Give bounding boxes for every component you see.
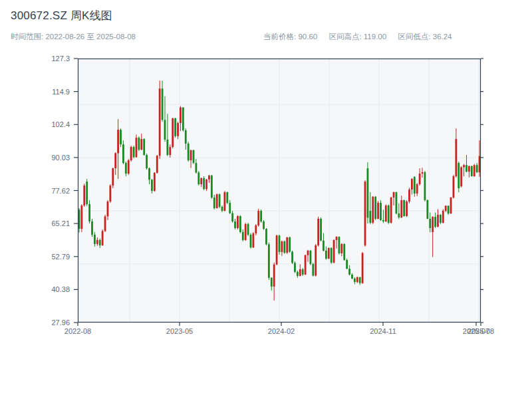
candle-body bbox=[281, 241, 283, 252]
candle-body bbox=[340, 244, 342, 253]
candle-body bbox=[364, 182, 366, 245]
x-axis-label: 2024-11 bbox=[362, 327, 404, 336]
candle-body bbox=[104, 216, 106, 231]
x-axis-label: 2023-05 bbox=[158, 327, 201, 336]
candle-body bbox=[411, 179, 413, 190]
range-low-label: 区间低点: bbox=[398, 33, 430, 41]
candle-body bbox=[273, 265, 275, 287]
candle-body bbox=[323, 241, 325, 251]
candle-body bbox=[320, 219, 322, 241]
candle-body bbox=[393, 192, 395, 198]
candle-body bbox=[419, 174, 421, 184]
range-high-stat: 区间高点: 119.00 bbox=[329, 33, 386, 41]
candle-body bbox=[162, 88, 164, 120]
candle-body bbox=[476, 165, 478, 172]
candle-body bbox=[125, 163, 127, 174]
candle-body bbox=[213, 198, 215, 208]
candle-body bbox=[338, 237, 340, 253]
candle-body bbox=[424, 172, 426, 200]
candle-body bbox=[356, 277, 358, 282]
x-axis-label: 2024-02 bbox=[260, 327, 303, 336]
x-axis-label: 2022-08 bbox=[57, 327, 99, 336]
y-axis-label: 65.21 bbox=[30, 219, 70, 227]
candle-body bbox=[188, 144, 190, 160]
candle-body bbox=[271, 278, 273, 287]
price-stats: 当前价格: 90.60 区间高点: 119.00 区间低点: 36.24 bbox=[263, 32, 470, 42]
candlestick-svg bbox=[78, 59, 481, 323]
candle-body bbox=[434, 217, 436, 227]
candle-body bbox=[265, 229, 267, 244]
candle-body bbox=[245, 224, 247, 240]
candle-body bbox=[458, 163, 460, 188]
candle-body bbox=[146, 155, 148, 168]
candle-body bbox=[138, 138, 140, 150]
candle-body bbox=[408, 190, 410, 201]
candle-body bbox=[331, 248, 332, 263]
current-price-label: 当前价格: bbox=[263, 33, 296, 41]
candle-body bbox=[445, 205, 447, 211]
y-axis-label: 52.79 bbox=[30, 253, 70, 261]
candle-body bbox=[107, 201, 109, 216]
candle-body bbox=[247, 224, 249, 235]
candle-body bbox=[83, 186, 85, 205]
candle-body bbox=[224, 192, 226, 211]
candle-body bbox=[429, 219, 431, 228]
candle-body bbox=[229, 203, 231, 213]
candle-body bbox=[346, 260, 348, 269]
y-axis-label: 27.96 bbox=[30, 319, 70, 327]
candle-body bbox=[416, 184, 418, 194]
candle-body bbox=[96, 240, 98, 244]
candle-body bbox=[305, 255, 307, 275]
candle-body bbox=[343, 244, 345, 260]
candle-body bbox=[237, 216, 239, 228]
candle-body bbox=[442, 211, 444, 223]
candle-body bbox=[94, 235, 96, 244]
candle-body bbox=[208, 176, 210, 180]
candle-body bbox=[112, 168, 114, 186]
candle-body bbox=[180, 108, 182, 124]
candle-body bbox=[453, 176, 455, 198]
candle-body bbox=[388, 205, 390, 223]
y-axis-label: 40.38 bbox=[30, 285, 70, 293]
candle-body bbox=[120, 130, 122, 144]
candle-body bbox=[211, 176, 213, 198]
y-axis-label: 127.3 bbox=[30, 55, 70, 63]
kline-chart-page: 300672.SZ 周K线图 时间范围: 2022-08-26 至 2025-0… bbox=[0, 0, 532, 399]
candle-body bbox=[283, 241, 285, 253]
candle-body bbox=[257, 211, 259, 225]
candle-body bbox=[159, 88, 161, 156]
candle-body bbox=[374, 197, 376, 219]
candle-body bbox=[390, 198, 392, 223]
candle-body bbox=[234, 221, 236, 228]
candle-body bbox=[291, 252, 293, 263]
candle-body bbox=[463, 165, 465, 167]
candle-body bbox=[122, 144, 124, 163]
candle-body bbox=[169, 147, 171, 155]
candle-body bbox=[109, 186, 111, 201]
candle-body bbox=[203, 178, 205, 189]
candle-body bbox=[143, 139, 145, 155]
candle-body bbox=[380, 203, 382, 220]
candle-body bbox=[471, 166, 473, 176]
candle-body bbox=[422, 172, 424, 174]
candle-body bbox=[231, 213, 233, 221]
candle-body bbox=[403, 200, 405, 216]
candle-body bbox=[130, 147, 132, 160]
candle-body bbox=[216, 194, 218, 208]
candle-body bbox=[367, 168, 369, 217]
y-axis-label: 102.4 bbox=[30, 120, 70, 128]
candle-body bbox=[362, 253, 364, 283]
candle-body bbox=[414, 177, 416, 194]
candle-body bbox=[473, 165, 475, 176]
candle-body bbox=[128, 160, 130, 174]
current-price-stat: 当前价格: 90.60 bbox=[263, 33, 317, 41]
range-low-stat: 区间低点: 36.24 bbox=[398, 33, 452, 41]
candle-body bbox=[219, 194, 221, 207]
candle-body bbox=[133, 147, 135, 157]
candle-body bbox=[99, 240, 101, 245]
candle-body bbox=[250, 235, 252, 247]
candle-body bbox=[450, 198, 452, 213]
candle-body bbox=[432, 217, 434, 232]
candle-body bbox=[369, 211, 371, 223]
candle-body bbox=[164, 120, 166, 140]
